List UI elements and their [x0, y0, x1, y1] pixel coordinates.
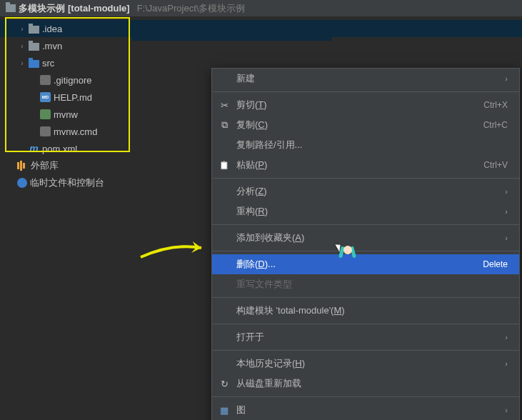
tree-label: HELP.md	[54, 92, 92, 103]
menu-item[interactable]: 构建模块 'total-module'(M)	[212, 301, 519, 321]
submenu-arrow-icon: ›	[505, 207, 508, 216]
menu-shortcut: Ctrl+V	[483, 160, 508, 170]
project-name: 多模块示例	[19, 2, 65, 15]
submenu-arrow-icon: ›	[505, 234, 508, 242]
menu-shortcut: Delete	[483, 259, 508, 269]
menu-item: 重写文件类型	[212, 274, 519, 294]
menu-item[interactable]: 分析(Z)›	[212, 181, 519, 201]
menu-separator	[212, 224, 519, 225]
menu-label: 构建模块 'total-module'(M)	[236, 304, 508, 317]
menu-icon-spacer	[218, 358, 231, 369]
menu-label: 复制(C)	[236, 119, 478, 131]
tree-label: mvnw.cmd	[54, 126, 97, 137]
menu-icon-spacer	[218, 232, 231, 244]
shell-icon	[40, 109, 51, 119]
menu-label: 本地历史记录(H)	[236, 357, 499, 370]
copy-icon	[218, 119, 231, 131]
scratch-icon	[17, 178, 27, 188]
menu-shortcut: Ctrl+X	[483, 100, 508, 110]
menu-label: 新建	[236, 72, 499, 85]
tree-label: 外部库	[31, 159, 59, 172]
expand-spacer	[30, 76, 37, 84]
menu-item[interactable]: 本地历史记录(H)›	[212, 354, 519, 374]
cmd-icon	[40, 126, 51, 136]
menu-label: 添加到收藏夹(A)	[236, 231, 499, 244]
selection-bg	[132, 20, 332, 41]
reload-icon	[218, 378, 231, 389]
markdown-icon: MD	[40, 92, 51, 102]
tree-label: .gitignore	[54, 75, 91, 86]
menu-item[interactable]: 粘贴(P)Ctrl+V	[212, 155, 519, 175]
menu-item[interactable]: 添加到收藏夹(A)›	[212, 228, 519, 248]
expand-icon[interactable]: ›	[19, 42, 26, 49]
menu-label: 删除(D)...	[236, 258, 477, 271]
menu-label: 剪切(T)	[236, 99, 478, 111]
menu-label: 分析(Z)	[236, 185, 499, 198]
menu-label: 从磁盘重新加载	[236, 377, 508, 390]
expand-icon[interactable]: ›	[19, 25, 26, 32]
scissors-icon	[218, 99, 231, 111]
expand-icon[interactable]: ›	[19, 59, 26, 66]
menu-icon-spacer	[218, 73, 231, 84]
menu-separator	[212, 91, 519, 92]
expand-spacer	[19, 145, 26, 152]
gitignore-icon	[40, 75, 51, 85]
tree-label: src	[42, 58, 54, 69]
menu-separator	[212, 297, 519, 298]
expand-spacer	[7, 179, 14, 186]
titlebar: 多模块示例 [total-module] F:\JavaProject\多模块示…	[0, 0, 522, 17]
library-icon	[17, 161, 28, 171]
menu-icon-spacer	[218, 305, 231, 316]
project-folder-icon	[6, 4, 16, 12]
menu-icon-spacer	[218, 186, 231, 197]
menu-item[interactable]: 图›	[212, 400, 519, 420]
submenu-arrow-icon: ›	[505, 187, 508, 196]
menu-icon-spacer	[218, 279, 231, 290]
menu-separator	[212, 251, 519, 251]
context-menu: 新建›剪切(T)Ctrl+X复制(C)Ctrl+C复制路径/引用...粘贴(P)…	[211, 68, 520, 420]
menu-icon-spacer	[218, 259, 231, 270]
menu-item[interactable]: 剪切(T)Ctrl+X	[212, 95, 519, 115]
paste-icon	[218, 159, 231, 171]
menu-item[interactable]: 重构(R)›	[212, 201, 519, 221]
submenu-arrow-icon: ›	[505, 406, 508, 414]
menu-label: 图	[236, 404, 499, 416]
menu-separator	[212, 178, 519, 179]
expand-spacer	[30, 128, 37, 135]
submenu-arrow-icon: ›	[505, 74, 508, 83]
menu-separator	[212, 350, 519, 351]
menu-icon-spacer	[218, 139, 231, 151]
menu-label: 复制路径/引用...	[236, 139, 508, 151]
menu-shortcut: Ctrl+C	[483, 120, 508, 130]
module-name: [total-module]	[68, 3, 130, 14]
menu-separator	[212, 324, 519, 324]
folder-src-icon	[29, 60, 39, 68]
menu-item[interactable]: 复制(C)Ctrl+C	[212, 115, 519, 135]
expand-spacer	[30, 94, 37, 101]
tree-label: 临时文件和控制台	[30, 176, 104, 189]
project-path: F:\JavaProject\多模块示例	[137, 2, 246, 15]
expand-spacer	[30, 111, 37, 118]
menu-label: 重写文件类型	[236, 278, 508, 291]
submenu-arrow-icon: ›	[505, 359, 508, 368]
menu-item[interactable]: 打开于›	[212, 327, 519, 347]
tree-label: pom.xml	[42, 144, 77, 154]
diagram-icon	[218, 404, 231, 416]
menu-separator	[212, 396, 519, 397]
menu-item[interactable]: 删除(D)...Delete	[212, 254, 519, 274]
folder-icon	[29, 26, 39, 34]
tree-label: .mvn	[42, 41, 62, 51]
menu-label: 粘贴(P)	[236, 159, 478, 171]
submenu-arrow-icon: ›	[505, 333, 508, 341]
maven-icon: m	[29, 144, 39, 154]
menu-icon-spacer	[218, 331, 231, 343]
arrow-annotation	[137, 239, 209, 261]
tree-label: .idea	[42, 24, 62, 34]
menu-item[interactable]: 新建›	[212, 69, 519, 89]
menu-label: 打开于	[236, 331, 499, 344]
menu-item[interactable]: 从磁盘重新加载	[212, 374, 519, 394]
menu-item[interactable]: 复制路径/引用...	[212, 135, 519, 155]
folder-icon	[29, 43, 39, 51]
menu-icon-spacer	[218, 206, 231, 217]
tree-label: mvnw	[54, 109, 78, 120]
